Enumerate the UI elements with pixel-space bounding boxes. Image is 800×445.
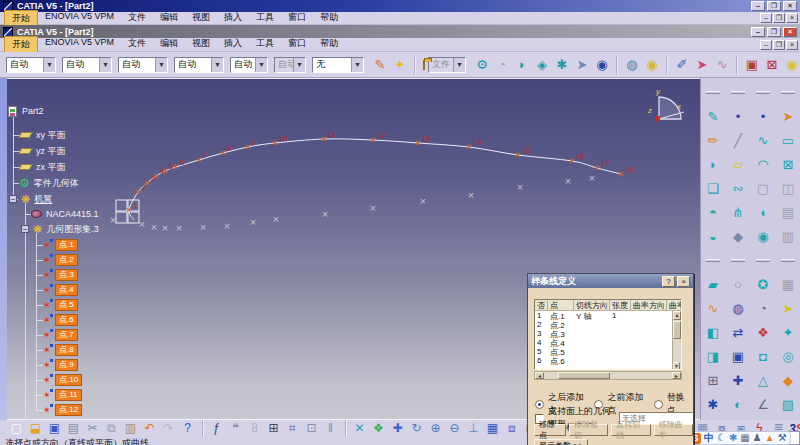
gear-tool-icon[interactable]: ⚙ — [473, 56, 491, 74]
toolbar-drag-handle[interactable] — [781, 91, 795, 94]
toolbar-drag-handle[interactable] — [731, 259, 745, 262]
table-horizontal-scrollbar[interactable]: ◄ ► — [534, 371, 682, 380]
new-icon[interactable]: ▢ — [8, 421, 25, 437]
menu-窗口[interactable]: 窗口 — [281, 36, 313, 53]
column-header-3[interactable]: 切线方向 — [574, 300, 610, 311]
lock-icon[interactable]: ⊡ — [303, 421, 320, 437]
close-button[interactable]: × — [783, 27, 797, 37]
tree-item-naca-sketch[interactable]: NACA4415.1 — [31, 208, 99, 220]
menu-编辑[interactable]: 编辑 — [153, 10, 185, 27]
zoom-out-icon[interactable]: ⊖ — [446, 421, 463, 437]
dialog-titlebar[interactable]: 样条线定义 ? × — [528, 274, 693, 288]
tree-item-点.9[interactable]: ✶点.9 — [43, 359, 78, 371]
rotate-icon[interactable]: ↻ — [408, 421, 425, 437]
bird-icon[interactable]: ➤ — [776, 104, 800, 128]
graphic-properties-combo-4[interactable]: 自动▼ — [174, 57, 224, 73]
multi-view-icon[interactable]: ▦ — [484, 421, 501, 437]
calculator-icon[interactable]: ⊞ — [265, 421, 282, 437]
scroll-right-icon[interactable]: ► — [672, 372, 681, 379]
maximize-button[interactable]: ❐ — [767, 1, 781, 11]
menu-开始[interactable]: 开始 — [4, 36, 38, 53]
cut-icon[interactable]: ✂ — [84, 421, 101, 437]
wave-surface-tool-icon[interactable]: ∿ — [713, 56, 731, 74]
column-header-1[interactable]: 否 — [535, 300, 548, 311]
paintbrush-icon[interactable]: ✎ — [371, 56, 389, 74]
tree-item-点.3[interactable]: ✶点.3 — [43, 269, 78, 281]
split-icon[interactable]: ‖ — [322, 421, 339, 437]
column-header-2[interactable]: 点 — [548, 300, 574, 311]
3d-viewport[interactable]: ×××××××××××××××××1×2×3×4×5×6×7×8×9×10×11… — [0, 78, 700, 420]
zoom-in-icon[interactable]: ⊕ — [427, 421, 444, 437]
clothes-icon[interactable]: ▲ — [765, 432, 775, 444]
star-icon[interactable]: ✪ — [751, 272, 776, 296]
scrollbar-thumb[interactable] — [558, 372, 610, 379]
scroll-left-icon[interactable]: ◄ — [535, 372, 544, 379]
gray2-icon[interactable]: ▥ — [776, 224, 800, 248]
menu-视图[interactable]: 视图 — [185, 36, 217, 53]
menu-插入[interactable]: 插入 — [217, 10, 249, 27]
sheet-icon[interactable]: ❏ — [701, 176, 726, 200]
doc-minimize-button[interactable]: – — [760, 40, 772, 50]
tree-item-点.2[interactable]: ✶点.2 — [43, 254, 78, 266]
abc-icon[interactable]: ⊞ — [701, 368, 726, 392]
toolbar-drag-handle[interactable] — [731, 91, 745, 94]
toolbox-icon[interactable]: ⚒ — [778, 432, 787, 444]
frame-tool-icon[interactable]: ▣ — [743, 56, 761, 74]
diamond-icon[interactable]: ◆ — [726, 224, 751, 248]
sweep-tool-icon[interactable]: ✱ — [553, 56, 571, 74]
half3-icon[interactable]: ◐ — [726, 392, 751, 416]
fit-all-icon[interactable]: ❖ — [370, 421, 387, 437]
tree-item-点.10[interactable]: ✶点.10 — [43, 374, 82, 386]
undo-icon[interactable]: ↶ — [141, 421, 158, 437]
night-mode-icon[interactable]: ☾ — [717, 432, 726, 444]
shell-icon[interactable]: ◗ — [701, 152, 726, 176]
tree-item-yz-plane[interactable]: yz 平面 — [20, 145, 66, 157]
menu-帮助[interactable]: 帮助 — [313, 10, 345, 27]
arc-icon[interactable]: ◠ — [751, 152, 776, 176]
target-icon[interactable]: ◉ — [751, 224, 776, 248]
arrow-surface-tool-icon[interactable]: ➤ — [693, 56, 711, 74]
frame-x-tool-icon[interactable]: ⊠ — [763, 56, 781, 74]
globe-tool-icon[interactable]: ◍ — [623, 56, 641, 74]
structure-icon[interactable]: ⌗ — [284, 421, 301, 437]
sketch-plane-tool-icon[interactable]: ✐ — [673, 56, 691, 74]
halfmoon2-icon[interactable]: ◒ — [701, 224, 726, 248]
paste-icon[interactable]: ▥ — [122, 421, 139, 437]
ring-icon[interactable]: ◎ — [776, 344, 800, 368]
normal-view-icon[interactable]: ⊥ — [465, 421, 482, 437]
table-vertical-scrollbar[interactable]: ▲ ▼ — [672, 311, 681, 370]
tree-item-geo-set[interactable]: ❋ 几何图形集.3 — [33, 223, 99, 235]
scroll-down-icon[interactable]: ▼ — [673, 362, 680, 370]
column-header-5[interactable]: 曲率方向 — [631, 300, 667, 311]
grid-icon[interactable]: ▣ — [726, 344, 751, 368]
spline-points-table[interactable]: 否点切线方向张度曲率方向曲率半径 1点.1Y 轴12点.23点.34点.45点.… — [534, 299, 682, 370]
menu-文件[interactable]: 文件 — [121, 10, 153, 27]
mdi-close-button[interactable]: × — [786, 13, 798, 23]
tree-item-点.11[interactable]: ✶点.11 — [43, 389, 82, 401]
toolbar-drag-handle[interactable] — [706, 91, 720, 94]
copy-icon[interactable]: ⧉ — [103, 421, 120, 437]
tree-item-part-body[interactable]: ⚙ 零件几何体 — [19, 177, 79, 189]
boxed-icon[interactable]: ⊠ — [776, 152, 800, 176]
keyboard-icon[interactable]: ▦ — [740, 432, 749, 444]
tri-icon[interactable]: △ — [751, 368, 776, 392]
toolbar-drag-handle[interactable] — [706, 259, 720, 262]
tree-item-点.7[interactable]: ✶点.7 — [43, 329, 78, 341]
minimize-button[interactable]: – — [751, 27, 765, 37]
dome-icon[interactable]: ◘ — [751, 344, 776, 368]
halfmoon-icon[interactable]: ◓ — [701, 200, 726, 224]
tree-item-点.4[interactable]: ✶点.4 — [43, 284, 78, 296]
show-parameters-button[interactable]: 显示参数 >> — [534, 439, 588, 445]
tree-item-点.12[interactable]: ✶点.12 — [43, 404, 82, 416]
menu-ENOVIA V5 VPM[interactable]: ENOVIA V5 VPM — [38, 10, 121, 27]
line-icon[interactable]: ╱ — [726, 128, 751, 152]
fly-mode-icon[interactable]: ✕ — [351, 421, 368, 437]
iso-view-icon[interactable]: ⧈ — [503, 421, 520, 437]
pcs-icon[interactable]: ❖ — [751, 320, 776, 344]
point-icon[interactable]: • — [726, 104, 751, 128]
dialog-close-button[interactable]: × — [677, 276, 690, 287]
graphic-properties-combo-3[interactable]: 自动▼ — [118, 57, 168, 73]
bar-icon[interactable]: ▰ — [701, 272, 726, 296]
point2-icon[interactable]: • — [751, 104, 776, 128]
graphic-properties-combo-2[interactable]: 自动▼ — [62, 57, 112, 73]
